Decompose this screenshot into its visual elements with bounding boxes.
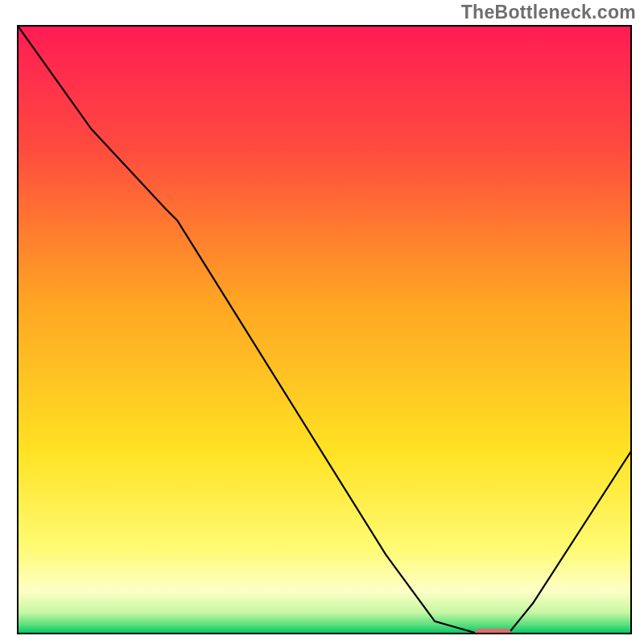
bottleneck-chart — [0, 0, 644, 644]
plot-background — [18, 26, 631, 634]
chart-container: TheBottleneck.com — [0, 0, 644, 644]
